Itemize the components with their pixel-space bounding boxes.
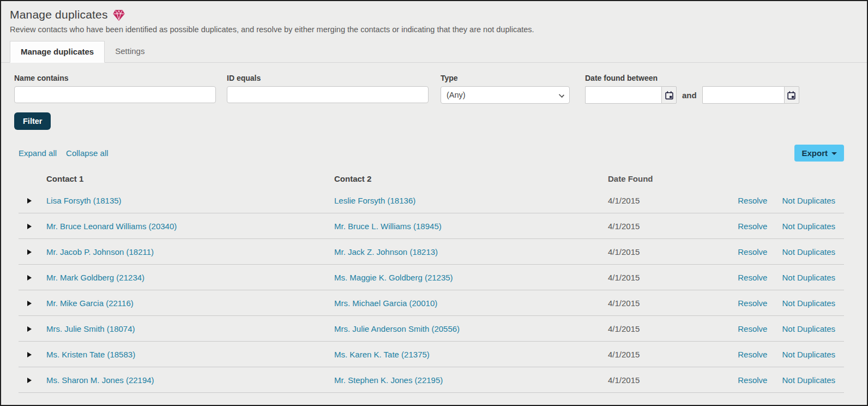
duplicates-table: Contact 1 Contact 2 Date Found Lisa Fors… xyxy=(19,169,844,393)
expand-triangle-icon[interactable] xyxy=(27,352,32,357)
contact1-link[interactable]: Ms. Sharon M. Jones (22194) xyxy=(46,375,154,385)
tab-manage-duplicates[interactable]: Manage duplicates xyxy=(10,41,105,63)
contact2-link[interactable]: Mr. Bruce L. Williams (18945) xyxy=(334,222,442,231)
not-duplicates-link[interactable]: Not Duplicates xyxy=(782,324,835,333)
not-duplicates-link[interactable]: Not Duplicates xyxy=(782,222,835,231)
type-select[interactable]: (Any) xyxy=(441,86,570,104)
filter-section: Name contains ID equals Type (Any) Date … xyxy=(1,63,867,104)
header-contact1: Contact 1 xyxy=(46,174,334,183)
id-equals-label: ID equals xyxy=(227,74,429,82)
contact1-link[interactable]: Mr. Bruce Leonard Williams (20340) xyxy=(46,222,177,231)
list-toolbar: Expand all Collapse all Export xyxy=(19,145,844,162)
expand-triangle-icon[interactable] xyxy=(27,249,32,255)
date-found-value: 4/1/2015 xyxy=(608,247,706,256)
date-found-value: 4/1/2015 xyxy=(608,350,706,359)
table-row: Ms. Kristen Tate (18583) Ms. Karen K. Ta… xyxy=(19,342,844,367)
resolve-link[interactable]: Resolve xyxy=(738,222,767,231)
not-duplicates-link[interactable]: Not Duplicates xyxy=(782,375,835,385)
header-contact2: Contact 2 xyxy=(334,174,608,183)
and-label: and xyxy=(682,91,697,100)
export-button[interactable]: Export xyxy=(794,145,844,162)
table-row: Mr. Mark Goldberg (21234) Ms. Maggie K. … xyxy=(19,265,844,290)
date-found-value: 4/1/2015 xyxy=(608,196,706,205)
expand-triangle-icon[interactable] xyxy=(27,378,32,383)
manage-duplicates-page: Manage duplicates Review contacts who ha… xyxy=(0,0,868,406)
calendar-icon xyxy=(787,91,796,100)
expand-triangle-icon[interactable] xyxy=(27,275,32,280)
contact1-link[interactable]: Mr. Mike Garcia (22116) xyxy=(46,298,134,308)
tab-settings[interactable]: Settings xyxy=(105,41,155,63)
contact2-link[interactable]: Mr. Jack Z. Johnson (18213) xyxy=(334,247,438,256)
page-subtitle: Review contacts who have been identified… xyxy=(10,25,858,34)
id-equals-input[interactable] xyxy=(227,86,429,103)
resolve-link[interactable]: Resolve xyxy=(738,196,767,205)
date-from-calendar-button[interactable] xyxy=(661,86,677,104)
date-found-value: 4/1/2015 xyxy=(608,298,706,308)
tab-bar: Manage duplicates Settings xyxy=(1,41,867,63)
table-row: Lisa Forsyth (18135) Leslie Forsyth (181… xyxy=(19,188,844,213)
not-duplicates-link[interactable]: Not Duplicates xyxy=(782,196,835,205)
expand-triangle-icon[interactable] xyxy=(27,301,32,306)
date-found-value: 4/1/2015 xyxy=(608,375,706,385)
table-row: Ms. Sharon M. Jones (22194) Mr. Stephen … xyxy=(19,367,844,393)
date-found-value: 4/1/2015 xyxy=(608,222,706,231)
name-contains-label: Name contains xyxy=(14,74,216,82)
header-date-found: Date Found xyxy=(608,174,706,183)
date-found-value: 4/1/2015 xyxy=(608,273,706,282)
page-header: Manage duplicates Review contacts who ha… xyxy=(1,1,867,34)
not-duplicates-link[interactable]: Not Duplicates xyxy=(782,298,835,308)
resolve-link[interactable]: Resolve xyxy=(738,375,767,385)
date-from-input[interactable] xyxy=(585,86,661,104)
gem-icon xyxy=(113,10,125,21)
collapse-all-link[interactable]: Collapse all xyxy=(66,148,108,158)
contact1-link[interactable]: Ms. Kristen Tate (18583) xyxy=(46,350,135,359)
contact2-link[interactable]: Mrs. Michael Garcia (20010) xyxy=(334,298,437,308)
table-header-row: Contact 1 Contact 2 Date Found xyxy=(19,169,844,188)
contact2-link[interactable]: Mrs. Julie Anderson Smith (20556) xyxy=(334,324,460,333)
name-contains-input[interactable] xyxy=(14,86,216,103)
expand-triangle-icon[interactable] xyxy=(27,224,32,229)
contact2-link[interactable]: Leslie Forsyth (18136) xyxy=(334,196,415,205)
expand-all-link[interactable]: Expand all xyxy=(19,148,57,158)
not-duplicates-link[interactable]: Not Duplicates xyxy=(782,350,835,359)
contact1-link[interactable]: Mr. Mark Goldberg (21234) xyxy=(46,273,144,282)
resolve-link[interactable]: Resolve xyxy=(738,350,767,359)
page-title: Manage duplicates xyxy=(10,8,108,21)
contact2-link[interactable]: Mr. Stephen K. Jones (22195) xyxy=(334,375,443,385)
table-row: Mr. Jacob P. Johnson (18211) Mr. Jack Z.… xyxy=(19,239,844,265)
resolve-link[interactable]: Resolve xyxy=(738,273,767,282)
not-duplicates-link[interactable]: Not Duplicates xyxy=(782,247,835,256)
type-label: Type xyxy=(441,74,570,82)
calendar-icon xyxy=(665,91,674,100)
date-found-between-label: Date found between xyxy=(585,74,799,82)
table-row: Mr. Bruce Leonard Williams (20340) Mr. B… xyxy=(19,213,844,239)
resolve-link[interactable]: Resolve xyxy=(738,298,767,308)
resolve-link[interactable]: Resolve xyxy=(738,324,767,333)
not-duplicates-link[interactable]: Not Duplicates xyxy=(782,273,835,282)
table-body: Lisa Forsyth (18135) Leslie Forsyth (181… xyxy=(19,188,844,393)
contact1-link[interactable]: Mrs. Julie Smith (18074) xyxy=(46,324,135,333)
caret-down-icon xyxy=(831,152,837,155)
table-row: Mrs. Julie Smith (18074) Mrs. Julie Ande… xyxy=(19,316,844,342)
table-row: Mr. Mike Garcia (22116) Mrs. Michael Gar… xyxy=(19,290,844,316)
resolve-link[interactable]: Resolve xyxy=(738,247,767,256)
contact1-link[interactable]: Mr. Jacob P. Johnson (18211) xyxy=(46,247,154,256)
expand-triangle-icon[interactable] xyxy=(27,326,32,332)
date-to-calendar-button[interactable] xyxy=(784,86,799,104)
contact2-link[interactable]: Ms. Maggie K. Goldberg (21235) xyxy=(334,273,453,282)
contact1-link[interactable]: Lisa Forsyth (18135) xyxy=(46,196,122,205)
contact2-link[interactable]: Ms. Karen K. Tate (21375) xyxy=(334,350,430,359)
expand-triangle-icon[interactable] xyxy=(27,198,32,204)
filter-button[interactable]: Filter xyxy=(14,112,51,130)
date-found-value: 4/1/2015 xyxy=(608,324,706,333)
date-to-input[interactable] xyxy=(702,86,784,104)
export-button-label: Export xyxy=(801,148,828,158)
